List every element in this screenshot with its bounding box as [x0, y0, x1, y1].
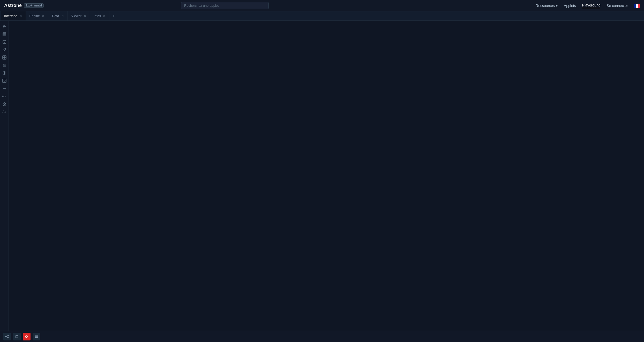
mute-button[interactable]: [23, 333, 31, 340]
bottom-bar: [0, 331, 644, 342]
checkmark-box-icon[interactable]: [1, 77, 8, 84]
tab-viewer[interactable]: Viewer ✕: [68, 11, 90, 20]
tab-engine-close[interactable]: ✕: [41, 14, 45, 18]
tab-data[interactable]: Data ✕: [49, 11, 68, 20]
content-area: [9, 21, 644, 331]
search-bar: [181, 2, 269, 9]
grid-icon[interactable]: [1, 54, 8, 61]
brand-name: Astrone: [4, 3, 22, 8]
sidebar: Abc Aa: [0, 21, 9, 331]
sliders-icon[interactable]: [1, 62, 8, 69]
svg-rect-15: [3, 79, 6, 83]
svg-point-18: [8, 335, 9, 336]
svg-point-10: [3, 64, 4, 65]
brand: Astrone Expérimental: [4, 3, 44, 8]
svg-rect-23: [16, 335, 18, 338]
svg-point-20: [5, 336, 6, 337]
svg-rect-0: [3, 33, 6, 36]
svg-point-11: [4, 65, 5, 66]
tab-interface-close[interactable]: ✕: [19, 14, 23, 18]
chevron-down-icon: ▾: [556, 4, 558, 8]
timer-icon[interactable]: [1, 100, 8, 108]
nav-links: Ressources ▾ Applets Playground Se conne…: [536, 3, 640, 8]
share-button[interactable]: [3, 333, 11, 340]
svg-line-26: [27, 336, 28, 337]
text-abc-icon[interactable]: Abc: [1, 93, 8, 100]
tab-infos-close[interactable]: ✕: [102, 14, 106, 18]
add-tab-button[interactable]: +: [110, 11, 117, 20]
cursor-icon[interactable]: [1, 23, 8, 30]
arrow-right-icon[interactable]: [1, 85, 8, 92]
nav-link-applets[interactable]: Applets: [564, 4, 576, 8]
experimental-badge: Expérimental: [24, 3, 44, 8]
language-flag[interactable]: [634, 4, 640, 8]
tab-engine[interactable]: Engine ✕: [26, 11, 48, 20]
pen-icon[interactable]: [1, 46, 8, 53]
svg-point-12: [3, 66, 4, 67]
nav-link-login[interactable]: Se connecter: [606, 4, 628, 8]
tab-interface[interactable]: Interface ✕: [1, 11, 26, 20]
nav-link-resources[interactable]: Ressources ▾: [536, 4, 558, 8]
svg-line-21: [6, 336, 8, 337]
search-input[interactable]: [181, 2, 269, 9]
font-icon[interactable]: Aa: [1, 108, 8, 115]
tab-infos[interactable]: Infos ✕: [91, 11, 109, 20]
top-nav: Astrone Expérimental Ressources ▾ Applet…: [0, 0, 644, 11]
svg-point-19: [8, 337, 9, 338]
checkbox-icon[interactable]: [1, 38, 8, 46]
svg-point-14: [4, 72, 5, 74]
layers-icon[interactable]: [1, 31, 8, 38]
svg-rect-3: [3, 40, 6, 43]
tab-bar: Interface ✕ Engine ✕ Data ✕ Viewer ✕ Inf…: [0, 11, 644, 21]
svg-line-22: [6, 337, 8, 338]
tab-data-close[interactable]: ✕: [61, 14, 64, 18]
menu-button[interactable]: [33, 333, 40, 340]
radio-icon[interactable]: [1, 69, 8, 77]
svg-marker-24: [26, 335, 27, 338]
main-area: Abc Aa: [0, 21, 644, 331]
tab-viewer-close[interactable]: ✕: [83, 14, 87, 18]
stop-button[interactable]: [13, 333, 21, 340]
nav-link-playground[interactable]: Playground: [582, 3, 601, 8]
